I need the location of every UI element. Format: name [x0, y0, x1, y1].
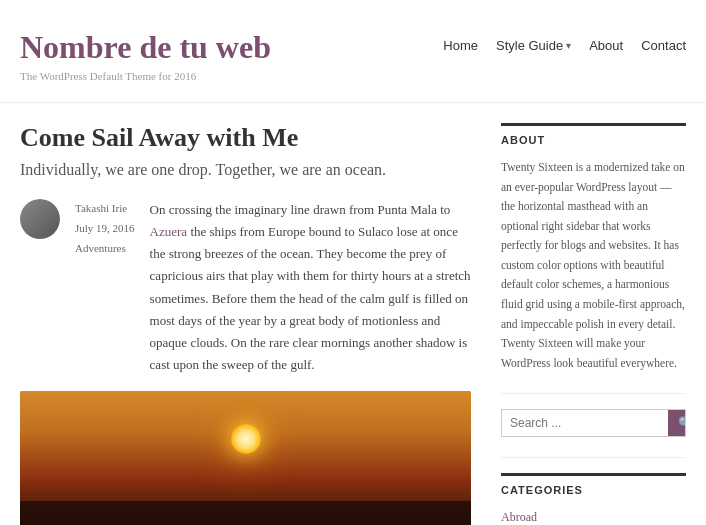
search-icon: 🔍: [678, 416, 686, 430]
about-widget-title: ABOUT: [501, 123, 686, 146]
categories-widget-title: CATEGORIES: [501, 473, 686, 496]
divider: [501, 393, 686, 394]
search-form: 🔍: [501, 409, 686, 437]
site-title: Nombre de tu web: [20, 30, 271, 65]
post-link-azuera[interactable]: Azuera: [150, 224, 188, 239]
post-author: Takashi Irie: [75, 199, 135, 219]
nav-about[interactable]: About: [589, 38, 623, 53]
divider-2: [501, 457, 686, 458]
main-content: Come Sail Away with Me Individually, we …: [20, 123, 471, 525]
chevron-down-icon: ▾: [566, 40, 571, 51]
post-meta-info: Takashi Irie July 19, 2016 Adventures: [75, 199, 135, 258]
site-description: The WordPress Default Theme for 2016: [20, 70, 271, 82]
sidebar: ABOUT Twenty Sixteen is a modernized tak…: [501, 123, 686, 525]
post-article: Come Sail Away with Me Individually, we …: [20, 123, 471, 525]
avatar: [20, 199, 60, 239]
search-button[interactable]: 🔍: [668, 410, 686, 436]
post-category: Adventures: [75, 239, 135, 259]
search-widget: 🔍: [501, 409, 686, 437]
about-widget-text: Twenty Sixteen is a modernized take on a…: [501, 158, 686, 373]
site-header: Nombre de tu web The WordPress Default T…: [0, 0, 706, 103]
main-navigation: Home Style Guide ▾ About Contact: [443, 30, 686, 53]
post-body: On crossing the imaginary line drawn fro…: [150, 199, 471, 376]
list-item: Abroad: [501, 508, 686, 525]
nav-contact[interactable]: Contact: [641, 38, 686, 53]
nav-home[interactable]: Home: [443, 38, 478, 53]
about-widget: ABOUT Twenty Sixteen is a modernized tak…: [501, 123, 686, 373]
post-date: July 19, 2016: [75, 219, 135, 239]
post-title: Come Sail Away with Me: [20, 123, 471, 153]
categories-widget: CATEGORIES Abroad Adventures Balance Bay…: [501, 473, 686, 525]
site-branding: Nombre de tu web The WordPress Default T…: [20, 30, 271, 82]
categories-list: Abroad Adventures Balance Bay Boats Book…: [501, 508, 686, 525]
post-image: [20, 391, 471, 525]
nav-style-guide[interactable]: Style Guide ▾: [496, 38, 571, 53]
content-wrapper: Come Sail Away with Me Individually, we …: [0, 103, 706, 525]
category-abroad[interactable]: Abroad: [501, 510, 537, 524]
post-subtitle: Individually, we are one drop. Together,…: [20, 161, 471, 179]
search-input[interactable]: [502, 410, 668, 436]
post-meta-row: Takashi Irie July 19, 2016 Adventures On…: [20, 199, 471, 376]
